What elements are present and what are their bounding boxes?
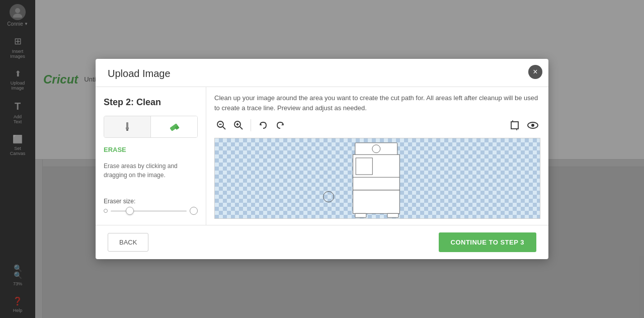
svg-marker-15 (281, 123, 283, 125)
zoom-in-button[interactable] (231, 118, 246, 132)
preview-button[interactable] (525, 118, 540, 133)
redo-button[interactable] (273, 118, 287, 132)
eraser-tool-button[interactable] (151, 116, 197, 137)
svg-rect-4 (126, 129, 128, 131)
slider-min-icon (104, 209, 108, 213)
slider-thumb[interactable] (126, 207, 134, 215)
tool-name: ERASE (104, 146, 198, 153)
brush-icon (122, 121, 133, 132)
slider-max-icon (190, 207, 198, 215)
eraser-icon (169, 121, 180, 132)
svg-marker-14 (260, 123, 262, 125)
image-canvas[interactable] (214, 138, 540, 219)
tool-buttons (104, 116, 198, 138)
upload-image-modal: Upload Image × Step 2: Clean (96, 59, 548, 259)
undo-icon (258, 120, 268, 130)
svg-rect-26 (353, 190, 399, 213)
step-title: Step 2: Clean (104, 97, 198, 108)
zoom-out-button[interactable] (214, 118, 228, 132)
continue-button[interactable]: CONTINUE TO STEP 3 (439, 232, 537, 252)
svg-rect-28 (387, 213, 398, 217)
back-button[interactable]: BACK (108, 233, 148, 252)
image-toolbar (214, 118, 540, 133)
svg-line-13 (240, 127, 243, 129)
modal-title: Upload Image (108, 68, 171, 79)
eraser-size-slider[interactable] (111, 210, 187, 212)
crop-icon (509, 120, 520, 131)
svg-rect-24 (356, 158, 372, 175)
zoom-in-icon (233, 120, 244, 130)
svg-rect-16 (511, 122, 518, 129)
svg-line-9 (223, 127, 225, 129)
crop-button[interactable] (507, 118, 522, 133)
brush-tool-button[interactable] (104, 116, 151, 137)
toolbar-divider-1 (251, 119, 251, 131)
modal-overlay: Upload Image × Step 2: Clean (0, 0, 644, 318)
preview-icon (527, 120, 538, 131)
eraser-size-label: Eraser size: (104, 198, 198, 205)
description-text: Clean up your image around the area you … (214, 93, 540, 113)
zoom-out-icon (216, 120, 226, 130)
svg-rect-27 (355, 213, 366, 217)
modal-header: Upload Image × (96, 59, 548, 87)
image-svg (215, 138, 540, 218)
undo-button[interactable] (256, 118, 270, 132)
close-icon: × (533, 67, 537, 76)
left-panel: Step 2: Clean (96, 87, 206, 225)
tool-description: Erase areas by clicking and dragging on … (104, 162, 198, 180)
redo-icon (275, 120, 285, 130)
eraser-size-slider-container (104, 207, 198, 215)
modal-footer: BACK CONTINUE TO STEP 3 (96, 225, 548, 259)
svg-point-20 (531, 124, 534, 127)
svg-point-22 (372, 145, 380, 153)
modal-body: Step 2: Clean (96, 87, 548, 225)
close-button[interactable]: × (528, 65, 542, 79)
right-panel: Clean up your image around the area you … (206, 87, 548, 225)
svg-rect-3 (126, 127, 129, 129)
